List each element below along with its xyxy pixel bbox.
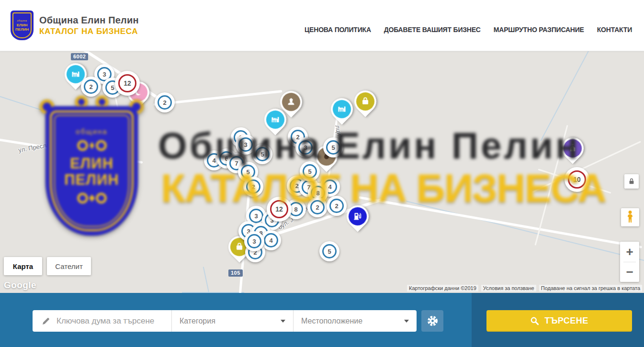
search-form: Категория Местоположение [33, 310, 417, 332]
cluster-count: 2 [246, 179, 260, 194]
nav-item[interactable]: КОНТАКТИ [597, 26, 632, 34]
crest-name-text: ЕЛИН ПЕЛИН [15, 23, 29, 32]
chevron-down-icon [404, 320, 409, 323]
cluster-count: 3 [238, 137, 253, 152]
cluster-count: 12 [118, 74, 136, 92]
chevron-down-icon [281, 320, 285, 323]
map-canvas[interactable]: 6002105ул. Преславбул. „Новоселлци" 3251… [0, 51, 644, 293]
category-dropdown[interactable]: Категория [171, 310, 293, 332]
cluster-marker[interactable]: 3 [295, 137, 316, 157]
cluster-count: 5 [303, 164, 317, 179]
pegman-icon [625, 210, 635, 224]
nav-item[interactable]: ЦЕНОВА ПОЛИТИКА [305, 26, 371, 34]
cluster-marker[interactable]: 12 [267, 197, 292, 222]
worker-icon [282, 93, 300, 111]
map-type-control: Карта Сателит [4, 257, 91, 275]
cluster-marker[interactable]: 2 [81, 77, 101, 97]
cluster-marker[interactable]: 5 [319, 241, 339, 261]
route-shield-label: 105 [228, 269, 243, 277]
attribution-link[interactable]: Подаване на сигнал за грешка в картата [539, 285, 642, 291]
search-button[interactable]: ТЪРСЕНЕ [486, 310, 632, 332]
cluster-count: 10 [568, 170, 586, 189]
location-dropdown-label: Местоположение [301, 317, 362, 325]
google-logo[interactable]: Google [4, 280, 36, 291]
advanced-settings-button[interactable] [421, 310, 443, 332]
keyword-section [33, 310, 171, 332]
cluster-marker[interactable]: 12 [115, 71, 140, 96]
cluster-marker[interactable]: 2 [243, 177, 263, 197]
fuel-icon [349, 207, 367, 225]
zoom-out-button[interactable]: − [620, 262, 639, 282]
nav-item[interactable]: МАРШРУТНО РАЗПИСАНИЕ [494, 26, 584, 34]
shopping-bag-icon [356, 92, 374, 111]
municipality-crest-icon: община ЕЛИН ПЕЛИН [11, 11, 34, 40]
cluster-marker[interactable]: 2 [155, 92, 175, 112]
cluster-count: 5 [326, 140, 340, 155]
search-button-label: ТЪРСЕНЕ [544, 316, 588, 326]
street-name-label: лци" [334, 124, 343, 138]
church-icon [564, 139, 582, 157]
keyword-search-input[interactable] [56, 316, 167, 326]
crest-top-text: община [17, 19, 27, 22]
padlock-icon [628, 178, 635, 185]
cluster-count: 3 [247, 234, 261, 248]
pencil-icon [41, 316, 51, 326]
lock-scroll-button[interactable] [624, 174, 639, 189]
logo-title: Община Елин Пелин [39, 15, 139, 26]
logo-text: Община Елин Пелин КАТАЛОГ НА БИЗНЕСА [39, 15, 139, 36]
factory-icon [333, 100, 351, 118]
search-icon [530, 316, 539, 325]
gear-icon [426, 314, 439, 327]
attribution-link[interactable]: Условия за ползване [481, 285, 536, 291]
attribution-text: Картографски данни ©2019 [407, 285, 478, 291]
category-dropdown-label: Категория [180, 317, 215, 325]
map-type-map-button[interactable]: Карта [4, 257, 42, 275]
map-attribution: Картографски данни ©2019Условия за ползв… [407, 285, 642, 291]
cluster-marker[interactable]: 2 [327, 196, 347, 216]
search-bar: Категория Местоположение ТЪРСЕНЕ [0, 293, 644, 347]
route-shield-label: 6002 [71, 53, 88, 60]
cluster-count: 3 [298, 140, 313, 155]
main-nav: ЦЕНОВА ПОЛИТИКАДОБАВЕТЕ ВАШИЯТ БИЗНЕСМАР… [305, 0, 632, 51]
cluster-marker[interactable]: 5 [323, 137, 343, 157]
cluster-count: 5 [255, 147, 270, 161]
site-logo[interactable]: община ЕЛИН ПЕЛИН Община Елин Пелин КАТА… [11, 11, 139, 40]
street-view-pegman-button[interactable] [621, 208, 639, 226]
page: община ЕЛИН ПЕЛИН Община Елин Пелин КАТА… [0, 0, 644, 347]
street-name-label: ул. Преслав [18, 141, 54, 154]
logo-subtitle: КАТАЛОГ НА БИЗНЕСА [39, 27, 139, 36]
zoom-control: + − [620, 242, 639, 282]
cluster-marker[interactable]: 2 [307, 197, 328, 217]
map-type-satellite-button[interactable]: Сателит [47, 257, 91, 275]
location-dropdown[interactable]: Местоположение [293, 310, 417, 332]
cluster-count: 5 [322, 244, 337, 258]
header: община ЕЛИН ПЕЛИН Община Елин Пелин КАТА… [0, 0, 644, 51]
factory-icon [266, 111, 284, 129]
cluster-marker[interactable]: 5 [300, 161, 320, 181]
zoom-in-button[interactable]: + [620, 242, 639, 262]
nav-item[interactable]: ДОБАВЕТЕ ВАШИЯТ БИЗНЕС [384, 26, 481, 34]
cluster-marker[interactable]: 5 [252, 144, 272, 164]
cluster-marker[interactable]: 3 [244, 231, 264, 251]
cluster-count: 12 [270, 200, 288, 218]
cluster-count: 2 [310, 200, 325, 214]
cluster-count: 2 [158, 95, 172, 110]
cluster-count: 2 [84, 79, 98, 94]
cluster-marker[interactable]: 10 [565, 167, 589, 192]
factory-icon [67, 65, 85, 83]
cluster-count: 4 [264, 233, 278, 247]
cluster-count: 3 [249, 209, 263, 223]
cluster-count: 2 [329, 199, 344, 213]
